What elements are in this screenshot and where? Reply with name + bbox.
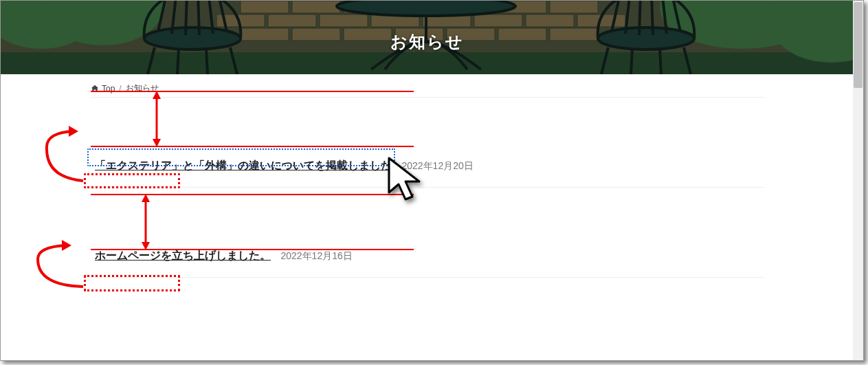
svg-marker-59: [62, 240, 71, 251]
news-item-title-link[interactable]: ホームページを立ち上げしました。: [91, 248, 275, 263]
svg-rect-2: [292, 1, 340, 13]
svg-rect-10: [320, 14, 368, 27]
svg-point-28: [337, 1, 515, 16]
svg-line-38: [198, 1, 199, 35]
svg-line-49: [652, 1, 653, 35]
window-frame: お知らせ Top / お知らせ 「エクステリア」と「外構」の違いについてを掲載し…: [0, 0, 864, 361]
breadcrumb-home-link[interactable]: Top: [102, 84, 115, 93]
annotation-curved-arrow-icon: [38, 126, 93, 190]
hero-banner: お知らせ: [1, 1, 853, 74]
breadcrumb-separator: /: [119, 84, 121, 93]
svg-rect-23: [1, 52, 853, 74]
svg-line-37: [186, 1, 187, 35]
breadcrumb: Top / お知らせ: [91, 82, 159, 94]
home-icon: [91, 85, 99, 93]
svg-line-48: [639, 1, 641, 35]
news-item-date: 2022年12月16日: [278, 250, 355, 263]
scrollbar-thumb[interactable]: [854, 2, 863, 88]
svg-rect-13: [474, 14, 522, 27]
news-item-title-link[interactable]: 「エクステリア」と「外構」の違いについてを掲載しました: [91, 158, 396, 173]
annotation-curved-arrow-icon: [28, 240, 93, 298]
svg-rect-9: [268, 14, 316, 27]
cursor-pointer-icon: [386, 157, 429, 210]
svg-rect-7: [550, 1, 598, 13]
vertical-scrollbar[interactable]: [853, 1, 863, 360]
svg-rect-1: [241, 1, 289, 13]
breadcrumb-current: お知らせ: [126, 82, 159, 94]
viewport: お知らせ Top / お知らせ 「エクステリア」と「外構」の違いについてを掲載し…: [1, 1, 853, 360]
svg-rect-14: [526, 14, 574, 27]
page-title: お知らせ: [1, 31, 853, 53]
svg-marker-58: [69, 126, 78, 137]
